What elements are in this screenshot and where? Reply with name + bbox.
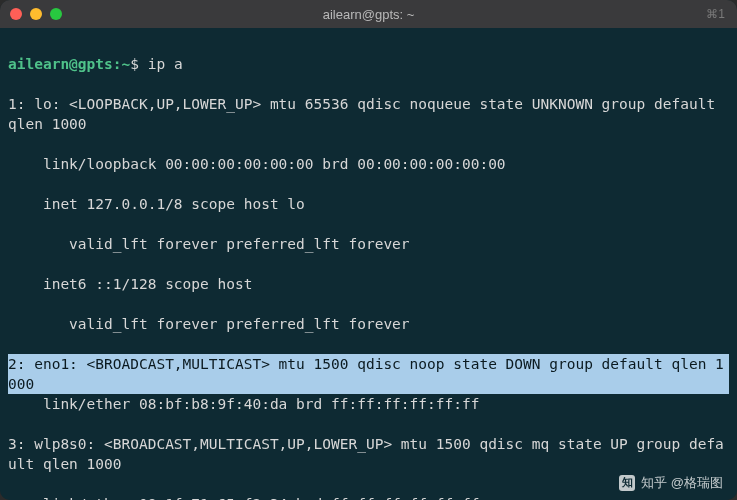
command-text: ip a (148, 56, 183, 72)
prompt-path: :~ (113, 56, 130, 72)
prompt-user: ailearn (8, 56, 69, 72)
highlighted-output-line[interactable]: 2: eno1: <BROADCAST,MULTICAST> mtu 1500 … (8, 354, 729, 394)
output-line: link/loopback 00:00:00:00:00:00 brd 00:0… (8, 154, 729, 174)
maximize-button[interactable] (50, 8, 62, 20)
minimize-button[interactable] (30, 8, 42, 20)
output-line: 3: wlp8s0: <BROADCAST,MULTICAST,UP,LOWER… (8, 434, 729, 474)
zhihu-icon: 知 (619, 475, 635, 491)
output-line: link/ether 08:bf:b8:9f:40:da brd ff:ff:f… (8, 394, 729, 414)
output-line: valid_lft forever preferred_lft forever (8, 314, 729, 334)
watermark-text: 知乎 @格瑞图 (641, 474, 723, 492)
prompt-symbol: $ (130, 56, 139, 72)
terminal-window: ailearn@gpts: ~ ⌘1 ailearn@gpts:~$ ip a … (0, 0, 737, 500)
prompt-host: gpts (78, 56, 113, 72)
terminal-body[interactable]: ailearn@gpts:~$ ip a 1: lo: <LOOPBACK,UP… (0, 28, 737, 500)
watermark: 知 知乎 @格瑞图 (619, 474, 723, 492)
output-line: link/ether 08:1f:71:65:f2:34 brd ff:ff:f… (8, 494, 729, 500)
prompt-at: @ (69, 56, 78, 72)
prompt-line-1: ailearn@gpts:~$ ip a (8, 54, 729, 74)
window-shortcut: ⌘1 (706, 7, 725, 21)
traffic-lights (10, 8, 62, 20)
titlebar: ailearn@gpts: ~ ⌘1 (0, 0, 737, 28)
close-button[interactable] (10, 8, 22, 20)
output-line: inet 127.0.0.1/8 scope host lo (8, 194, 729, 214)
window-title: ailearn@gpts: ~ (323, 7, 415, 22)
output-line: valid_lft forever preferred_lft forever (8, 234, 729, 254)
output-line: 1: lo: <LOOPBACK,UP,LOWER_UP> mtu 65536 … (8, 94, 729, 134)
output-line: inet6 ::1/128 scope host (8, 274, 729, 294)
